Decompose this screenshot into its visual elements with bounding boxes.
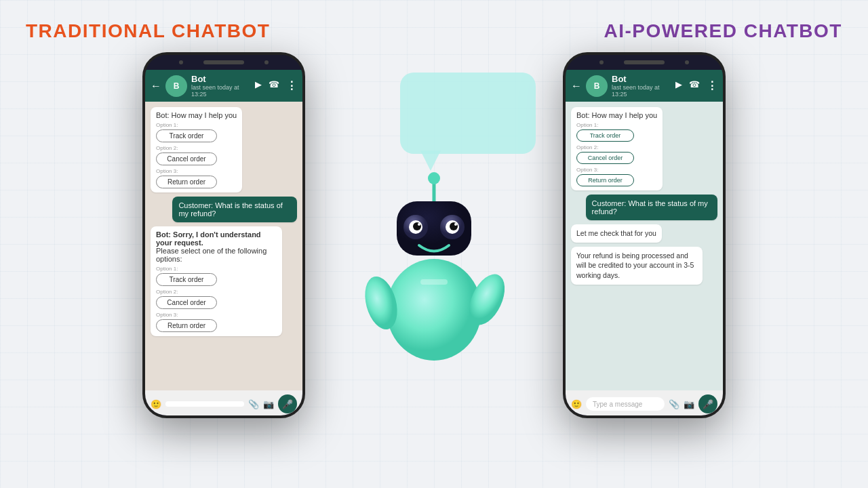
bot-sorry-msg: Bot: Sorry, I don't understand your requ… — [151, 226, 282, 336]
svg-point-11 — [387, 259, 481, 361]
bot-name-right: Bot — [612, 74, 671, 84]
mic-button-left[interactable]: 🎤 — [278, 394, 297, 413]
notch-dot-2 — [264, 60, 269, 64]
robot-container — [319, 52, 549, 418]
ai-option-track[interactable]: Track order — [576, 129, 634, 142]
wa-input-ai: 🙂 Type a message 📎 📷 🎤 — [566, 390, 723, 418]
main-content: ← B Bot last seen today at 13:25 ▶ ☎ ⋮ — [0, 49, 868, 418]
camera-icon-left[interactable]: 📷 — [263, 399, 274, 409]
ai-customer-msg: Customer: What is the status of my refun… — [586, 195, 717, 220]
svg-point-6 — [418, 223, 420, 226]
svg-point-10 — [454, 223, 457, 226]
emoji-icon-left[interactable]: 🙂 — [151, 399, 161, 409]
page-container: TRADITIONAL CHATBOT AI-POWERED CHATBOT ←… — [0, 0, 868, 488]
bot-status-right: last seen today at 13:25 — [612, 84, 671, 98]
option-track-1[interactable]: Track order — [156, 129, 217, 142]
wa-header-icons-left: ▶ ☎ ⋮ — [255, 79, 297, 92]
back-icon[interactable]: ← — [151, 80, 161, 92]
notch-dot-r1 — [599, 60, 604, 64]
call-icon-right[interactable]: ☎ — [689, 79, 700, 92]
notch-bar — [203, 60, 244, 64]
paperclip-icon-left[interactable]: 📎 — [248, 399, 259, 409]
mic-button-right[interactable]: 🎤 — [698, 394, 717, 413]
ai-option-return[interactable]: Return order — [576, 174, 634, 186]
notch-dot-r2 — [685, 60, 689, 64]
ai-phone: ← B Bot last seen today at 13:25 ▶ ☎ ⋮ — [563, 52, 726, 418]
bot-avatar-right: B — [586, 75, 608, 97]
menu-icon[interactable]: ⋮ — [286, 79, 297, 92]
option-cancel-2[interactable]: Cancel order — [156, 296, 217, 309]
robot-illustration — [346, 167, 522, 371]
left-section: ← B Bot last seen today at 13:25 ▶ ☎ ⋮ — [88, 52, 319, 418]
emoji-icon-right[interactable]: 🙂 — [571, 399, 582, 409]
notch-bar-right — [624, 60, 665, 64]
speech-bubble — [400, 73, 536, 154]
customer-refund-msg: Customer: What is the status of my refun… — [172, 197, 297, 222]
video-icon-right[interactable]: ▶ — [675, 79, 682, 92]
input-field-right[interactable]: Type a message — [586, 397, 665, 411]
bot-status-left: last seen today at 13:25 — [191, 84, 251, 98]
ai-bot-response-1: Let me check that for you — [571, 224, 662, 243]
phone-notch-right — [566, 55, 723, 70]
menu-icon-right[interactable]: ⋮ — [707, 79, 717, 92]
input-placeholder: Type a message — [593, 401, 642, 408]
right-section: ← B Bot last seen today at 13:25 ▶ ☎ ⋮ — [549, 52, 780, 418]
wa-header-left: ← B Bot last seen today at 13:25 ▶ ☎ ⋮ — [145, 70, 302, 102]
video-icon[interactable]: ▶ — [255, 79, 262, 92]
option-track-2[interactable]: Track order — [156, 273, 217, 286]
svg-rect-14 — [420, 279, 448, 285]
wa-chat-traditional: Bot: How may I help you Option 1: Track … — [145, 102, 302, 390]
ai-bot-help-msg: Bot: How may I help you Option 1: Track … — [571, 107, 663, 190]
input-field-left[interactable] — [165, 401, 244, 407]
camera-icon-right[interactable]: 📷 — [684, 399, 694, 409]
ai-bot-response-2: Your refund is being processed and will … — [571, 247, 703, 285]
bot-help-msg: Bot: How may I help you Option 1: Track … — [151, 107, 242, 192]
back-icon-right[interactable]: ← — [571, 80, 582, 92]
bot-avatar-left: B — [165, 75, 187, 97]
option-cancel-1[interactable]: Cancel order — [156, 152, 217, 165]
option-return-2[interactable]: Return order — [156, 319, 217, 332]
svg-point-1 — [428, 172, 440, 184]
wa-input-traditional: 🙂 📎 📷 🎤 — [145, 390, 302, 418]
wa-header-right: ← B Bot last seen today at 13:25 ▶ ☎ ⋮ — [566, 70, 723, 102]
call-icon[interactable]: ☎ — [269, 79, 279, 92]
traditional-chatbot-title: TRADITIONAL CHATBOT — [26, 20, 270, 42]
option-return-1[interactable]: Return order — [156, 176, 217, 188]
bot-info-right: Bot last seen today at 13:25 — [612, 74, 671, 98]
wa-header-icons-right: ▶ ☎ ⋮ — [675, 79, 717, 92]
traditional-phone: ← B Bot last seen today at 13:25 ▶ ☎ ⋮ — [142, 52, 305, 418]
wa-chat-ai: Bot: How may I help you Option 1: Track … — [566, 102, 723, 390]
phone-notch-left — [145, 55, 302, 70]
notch-dot-1 — [179, 60, 183, 64]
ai-option-cancel[interactable]: Cancel order — [576, 152, 634, 164]
headers-row: TRADITIONAL CHATBOT AI-POWERED CHATBOT — [0, 0, 868, 49]
bot-info-left: Bot last seen today at 13:25 — [191, 74, 251, 98]
ai-chatbot-title: AI-POWERED CHATBOT — [604, 20, 842, 42]
bot-name-left: Bot — [191, 74, 251, 84]
paperclip-icon-right[interactable]: 📎 — [669, 399, 679, 409]
